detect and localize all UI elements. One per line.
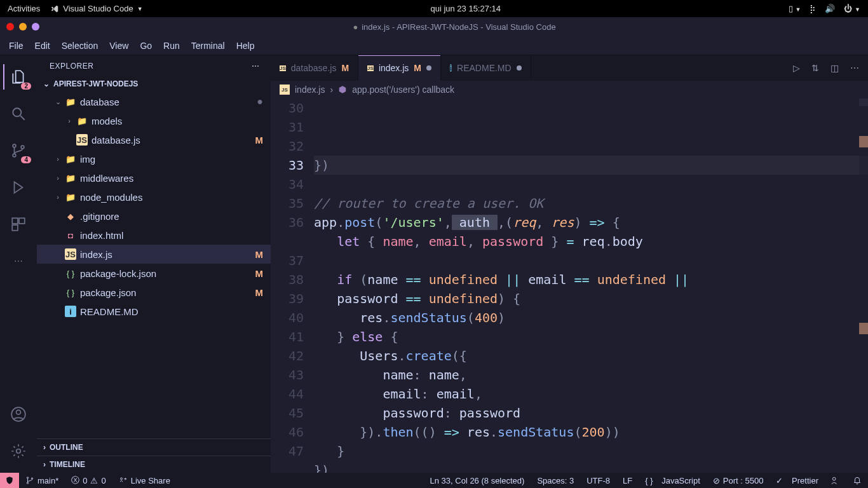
split-editor[interactable]: ◫ <box>831 63 839 73</box>
tree-item-readme-md[interactable]: iREADME.MD <box>37 302 271 321</box>
svg-point-9 <box>17 410 21 414</box>
tree-item-models[interactable]: ›📁models <box>37 111 271 130</box>
activities-button[interactable]: Activities <box>8 4 40 13</box>
close-window[interactable] <box>6 23 14 30</box>
svg-rect-7 <box>12 225 18 231</box>
battery-icon[interactable]: ▯ ▼ <box>789 4 801 13</box>
menu-bar: File Edit Selection View Go Run Terminal… <box>0 36 868 55</box>
tree-item-index-js[interactable]: JSindex.jsM <box>37 245 271 264</box>
live-server-port[interactable]: ⊘Port : 5500 <box>707 476 770 485</box>
project-header[interactable]: ⌄APIREST-JWT-NODEJS <box>37 76 271 92</box>
indentation[interactable]: Spaces: 3 <box>531 476 580 485</box>
activity-extensions[interactable] <box>3 209 34 240</box>
tab-index-js[interactable]: JSindex.jsM <box>358 55 441 81</box>
bell-icon <box>853 476 862 485</box>
tree-item-middlewares[interactable]: ›📁middlewares <box>37 168 271 187</box>
account-icon <box>10 406 27 423</box>
scm-badge: 4 <box>21 156 31 163</box>
tree-item-img[interactable]: ›📁img <box>37 149 271 168</box>
problems[interactable]: ⓧ0 ⚠0 <box>65 475 112 486</box>
menu-selection[interactable]: Selection <box>57 38 104 53</box>
activity-search[interactable] <box>3 98 34 129</box>
svg-point-2 <box>13 144 16 147</box>
explorer-title: EXPLORER <box>50 62 93 71</box>
tree-item-package-json[interactable]: { }package.jsonM <box>37 283 271 302</box>
menu-view[interactable]: View <box>104 38 133 53</box>
code-editor[interactable]: 30313233343536 3738394041424344454647 })… <box>271 98 868 473</box>
gear-icon <box>10 443 27 459</box>
volume-icon[interactable]: 🔊 <box>825 4 835 13</box>
clock[interactable]: qui jun 23 15:27:14 <box>143 4 789 13</box>
svg-point-14 <box>832 477 836 480</box>
eol[interactable]: LF <box>616 476 639 485</box>
tree-item-database-js[interactable]: JSdatabase.jsM <box>37 130 271 149</box>
extensions-icon <box>10 216 27 233</box>
language-mode[interactable]: { } JavaScript <box>639 476 707 485</box>
maximize-window[interactable] <box>32 23 39 30</box>
outline-section[interactable]: ›OUTLINE <box>37 438 271 456</box>
window-title: index.js - APIRest-JWT-NodeJS - Visual S… <box>362 22 555 32</box>
activity-more[interactable]: ⋯ <box>3 246 34 276</box>
activity-run[interactable] <box>3 172 34 203</box>
app-indicator[interactable]: Visual Studio Code ▼ <box>50 4 142 13</box>
feedback-icon[interactable] <box>825 476 846 485</box>
breadcrumb-file: index.js <box>295 85 325 95</box>
method-icon <box>338 85 347 94</box>
tree-item-database[interactable]: ⌄📁database● <box>37 92 271 111</box>
activity-explorer[interactable]: 2 <box>3 62 34 92</box>
explorer-more[interactable]: ⋯ <box>252 62 261 71</box>
power-icon[interactable]: ⏻ ▼ <box>844 4 860 13</box>
branch-icon <box>25 476 34 485</box>
tree-item--gitignore[interactable]: ◆.gitignore <box>37 207 271 226</box>
svg-point-10 <box>17 449 21 454</box>
cursor-position[interactable]: Ln 33, Col 26 (8 selected) <box>424 476 531 485</box>
menu-terminal[interactable]: Terminal <box>186 38 230 53</box>
menu-run[interactable]: Run <box>158 38 185 53</box>
minimize-window[interactable] <box>19 23 27 30</box>
explorer-badge: 2 <box>21 83 31 90</box>
window-controls <box>6 23 39 30</box>
svg-point-3 <box>13 154 16 157</box>
git-branch[interactable]: main* <box>19 476 65 485</box>
remote-indicator[interactable] <box>0 473 19 488</box>
tab-database-js[interactable]: JSdatabase.jsM <box>271 55 358 81</box>
status-bar: main* ⓧ0 ⚠0 Live Share Ln 33, Col 26 (8 … <box>0 473 868 488</box>
more-actions[interactable]: ⋯ <box>850 63 859 73</box>
svg-point-4 <box>21 146 24 149</box>
activity-settings[interactable] <box>3 436 34 466</box>
encoding[interactable]: UTF-8 <box>580 476 616 485</box>
shield-icon <box>5 476 14 485</box>
breadcrumb[interactable]: JS index.js › app.post('/users') callbac… <box>271 81 868 98</box>
menu-edit[interactable]: Edit <box>30 38 55 53</box>
explorer-sidebar: EXPLORER ⋯ ⌄APIREST-JWT-NODEJS ⌄📁databas… <box>37 55 271 473</box>
svg-rect-5 <box>12 218 18 224</box>
tab-readme-md[interactable]: iREADME.MD <box>441 55 531 81</box>
svg-point-0 <box>13 108 21 116</box>
title-bar: ●index.js - APIRest-JWT-NodeJS - Visual … <box>0 17 868 36</box>
svg-point-12 <box>27 482 28 484</box>
menu-file[interactable]: File <box>4 38 29 53</box>
liveshare-icon <box>119 476 128 485</box>
network-icon[interactable]: ⡷ <box>810 4 816 13</box>
tree-item-index-html[interactable]: ◘index.html <box>37 226 271 245</box>
vscode-icon <box>50 4 59 13</box>
activity-bar: 2 4 ⋯ <box>0 55 37 473</box>
prettier-status[interactable]: ✓ Prettier <box>770 476 825 485</box>
breadcrumb-symbol: app.post('/users') callback <box>352 85 454 95</box>
timeline-section[interactable]: ›TIMELINE <box>37 456 271 473</box>
svg-rect-6 <box>19 218 25 224</box>
minimap[interactable] <box>859 98 868 473</box>
menu-help[interactable]: Help <box>231 38 260 53</box>
tree-item-package-lock-json[interactable]: { }package-lock.jsonM <box>37 264 271 283</box>
split-diff-icon[interactable]: ⇅ <box>811 63 819 73</box>
svg-point-13 <box>31 478 32 479</box>
menu-go[interactable]: Go <box>135 38 157 53</box>
live-share[interactable]: Live Share <box>112 476 177 485</box>
notifications[interactable] <box>846 476 868 485</box>
svg-line-1 <box>20 116 25 120</box>
activity-account[interactable] <box>3 399 34 430</box>
run-button[interactable]: ▷ <box>793 63 800 73</box>
activity-scm[interactable]: 4 <box>3 135 34 166</box>
tree-item-node-modules[interactable]: ›📁node_modules <box>37 187 271 207</box>
os-top-bar: Activities Visual Studio Code ▼ qui jun … <box>0 0 868 17</box>
